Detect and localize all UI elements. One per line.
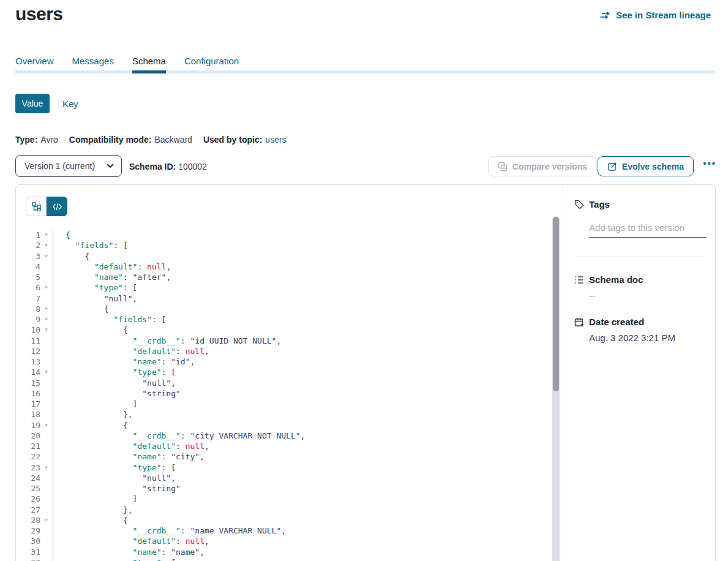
editor-scrollbar-thumb[interactable]: [553, 217, 559, 391]
code-text: "type": [: [53, 282, 137, 293]
schema-doc-heading: Schema doc: [589, 274, 643, 285]
line-number: 5: [16, 272, 40, 282]
line-number: 28: [16, 515, 40, 525]
type-label: Type:: [15, 135, 37, 145]
date-created-value: Aug. 3 2022 3:21 PM: [589, 333, 705, 343]
code-text: ]: [53, 399, 137, 409]
tab-configuration[interactable]: Configuration: [184, 56, 239, 73]
tags-heading: Tags: [589, 199, 610, 209]
code-text: "string": [53, 388, 181, 399]
fold-toggle-icon[interactable]: ▾: [40, 462, 53, 473]
code-text: "default": null,: [53, 262, 171, 272]
tab-schema[interactable]: Schema: [132, 56, 166, 73]
code-text: "name": "city",: [53, 451, 205, 462]
tab-overview[interactable]: Overview: [15, 56, 54, 73]
version-select-value: Version 1 (current): [24, 161, 95, 171]
fold-spacer: [40, 525, 53, 536]
code-line: 4 "default": null,: [16, 262, 519, 272]
code-line: 20 "__crdb__": "city VARCHAR NOT NULL",: [16, 431, 519, 441]
more-options-button[interactable]: •••: [703, 158, 716, 168]
evolve-schema-button[interactable]: Evolve schema: [598, 156, 694, 176]
code-line: 21 "default": null,: [16, 441, 519, 451]
code-view-button[interactable]: [47, 197, 67, 216]
schema-doc-value: --: [589, 290, 705, 301]
line-number: 7: [16, 293, 40, 304]
fold-spacer: [40, 388, 53, 399]
code-text: "default": null,: [53, 536, 209, 546]
fold-spacer: [40, 473, 53, 483]
fold-toggle-icon[interactable]: ▾: [40, 557, 53, 561]
tree-view-button[interactable]: [26, 197, 47, 216]
schema-id-label: Schema ID:: [129, 162, 176, 171]
code-line: 30 "default": null,: [16, 536, 519, 546]
fold-spacer: [40, 431, 53, 441]
line-number: 6: [16, 282, 40, 293]
line-number: 18: [16, 409, 40, 420]
code-line: 13 "name": "id",: [16, 356, 519, 367]
line-number: 10: [16, 325, 40, 335]
fold-spacer: [40, 272, 53, 282]
code-line: 22 "name": "city",: [16, 451, 519, 462]
fold-toggle-icon[interactable]: ▾: [40, 515, 53, 525]
code-text: "name": "id",: [53, 356, 195, 367]
fold-toggle-icon[interactable]: ▾: [40, 325, 53, 335]
code-line: 26 ]: [16, 494, 519, 504]
tag-icon: [574, 200, 584, 209]
line-number: 31: [16, 547, 40, 557]
compare-versions-button[interactable]: Compare versions: [488, 156, 597, 176]
ellipsis-icon: •••: [703, 158, 716, 168]
fold-toggle-icon[interactable]: ▾: [40, 251, 53, 262]
code-text: "__crdb__": "city VARCHAR NOT NULL",: [53, 431, 305, 441]
line-number: 24: [16, 473, 40, 483]
code-text: "type": [: [53, 462, 176, 473]
fold-spacer: [40, 336, 53, 346]
code-line: 24 "null",: [16, 473, 519, 483]
date-created-section: Date created Aug. 3 2022 3:21 PM: [574, 317, 705, 343]
fold-spacer: [40, 547, 53, 557]
line-number: 27: [16, 505, 40, 515]
chevron-down-icon: [107, 164, 114, 168]
fold-spacer: [40, 451, 53, 462]
fold-toggle-icon[interactable]: ▾: [40, 282, 53, 293]
code-line: 10▾ {: [16, 325, 519, 335]
stream-lineage-icon: [600, 11, 611, 20]
line-number: 12: [16, 346, 40, 356]
line-number: 1: [16, 230, 40, 240]
fold-toggle-icon[interactable]: ▾: [40, 240, 53, 250]
code-text: "__crdb__": "name VARCHAR NULL",: [53, 525, 286, 536]
fold-spacer: [40, 494, 53, 504]
stream-lineage-link[interactable]: See in Stream lineage: [600, 10, 711, 20]
line-number: 4: [16, 262, 40, 272]
tab-messages[interactable]: Messages: [72, 56, 114, 73]
code-text: ]: [53, 494, 137, 504]
code-line: 14▾ "type": [: [16, 367, 519, 377]
used-by-topic-link[interactable]: users: [265, 135, 286, 145]
schema-doc-section: Schema doc --: [574, 274, 705, 301]
line-number: 8: [16, 304, 40, 314]
schema-sidebar: Tags Schema doc --: [563, 185, 715, 561]
fold-toggle-icon[interactable]: ▾: [40, 304, 53, 314]
code-text: "default": null,: [53, 441, 209, 451]
code-text: "type": [: [53, 367, 176, 377]
line-number: 13: [16, 356, 40, 367]
code-line: 2▾ "fields": [: [16, 240, 519, 250]
code-line: 7 "null",: [16, 293, 519, 304]
fold-toggle-icon[interactable]: ▾: [40, 420, 53, 431]
fold-toggle-icon[interactable]: ▾: [40, 367, 53, 377]
code-text: "null",: [53, 293, 137, 304]
code-text: },: [53, 505, 133, 515]
fold-toggle-icon[interactable]: ▾: [40, 314, 53, 325]
fold-spacer: [40, 409, 53, 420]
code-text: {: [53, 304, 108, 314]
code-line: 11 "__crdb__": "id UUID NOT NULL",: [16, 336, 519, 346]
value-toggle-button[interactable]: Value: [15, 94, 50, 113]
version-select[interactable]: Version 1 (current): [15, 155, 122, 177]
add-tags-input[interactable]: [589, 221, 707, 238]
code-text: {: [53, 420, 128, 431]
code-line: 25 "string": [16, 483, 519, 494]
fold-toggle-icon[interactable]: ▾: [40, 230, 53, 240]
sidebar-divider: [574, 257, 705, 257]
key-toggle-button[interactable]: Key: [62, 99, 78, 109]
line-number: 26: [16, 494, 40, 504]
editor-scrollbar-track[interactable]: [552, 216, 560, 561]
